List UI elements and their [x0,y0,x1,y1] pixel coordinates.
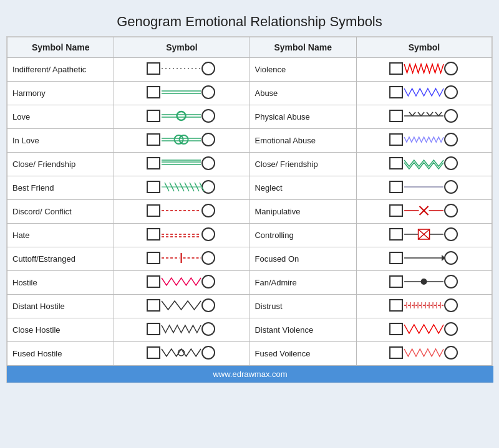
svg-rect-16 [390,110,402,122]
right-header-name: Symbol Name [250,37,356,58]
svg-point-114 [445,346,457,359]
left-symbol-cell [114,318,250,342]
left-symbol-name: Indifferent/ Apathetic [7,58,114,82]
svg-rect-91 [147,300,160,311]
left-symbol-cell [114,82,250,105]
right-symbol-cell [356,295,492,318]
right-symbol-name: Physical Abuse [250,105,356,129]
right-symbol-name: Abuse [250,82,356,105]
right-symbol-name: Manipulative [250,200,356,224]
table-row: Distant HostileDistrust [7,295,492,318]
svg-rect-59 [390,205,402,216]
svg-point-36 [202,157,215,169]
right-symbol-name: Distant Violence [250,318,356,342]
svg-point-41 [445,157,457,169]
svg-rect-9 [390,87,402,98]
right-symbol-name: Fused Voilence [250,342,356,366]
left-symbol-cell [114,271,250,295]
svg-rect-3 [390,63,402,74]
svg-rect-27 [147,134,160,145]
svg-rect-87 [390,276,402,287]
table-wrapper: Symbol Name Symbol Symbol Name Symbol In… [6,36,493,383]
right-symbol-cell [356,271,492,295]
left-symbol-cell [114,129,250,153]
svg-point-15 [177,112,186,120]
svg-line-23 [427,112,430,116]
left-symbol-name: Hate [7,224,114,247]
svg-rect-113 [390,347,402,358]
right-symbol-cell [356,58,492,82]
left-symbol-name: Close Hostile [7,318,114,342]
svg-rect-106 [147,323,160,335]
left-symbol-name: Discord/ Conflict [7,200,114,224]
table-row: In LoveEmotional Abuse [7,129,492,153]
table-row: HarmonyAbuse [7,82,492,105]
svg-rect-76 [147,252,160,264]
left-symbol-name: Best Friend [7,176,114,200]
svg-point-6 [202,86,215,98]
footer-bar: www.edrawmax.com [7,366,493,383]
right-symbol-name: Emotional Abuse [250,129,356,153]
svg-rect-93 [390,300,402,311]
svg-line-22 [421,112,424,116]
right-symbol-cell [356,224,492,247]
svg-rect-35 [147,158,160,169]
svg-line-19 [409,112,412,116]
right-symbol-name: Close/ Friendship [250,153,356,176]
svg-point-77 [202,252,215,264]
left-symbol-name: Close/ Friendship [7,153,114,176]
left-symbol-cell [114,105,250,129]
svg-line-21 [418,112,421,116]
svg-rect-108 [390,323,402,335]
right-symbol-cell [356,318,492,342]
left-symbol-cell [114,342,250,366]
svg-point-88 [445,275,457,288]
svg-rect-81 [390,252,402,264]
svg-point-4 [445,62,457,75]
svg-point-92 [202,299,215,312]
right-symbol-cell [356,105,492,129]
left-symbol-cell [114,295,250,318]
right-symbol-cell [356,129,492,153]
left-header-symbol: Symbol [114,37,250,58]
left-symbol-cell [114,200,250,224]
svg-point-94 [445,299,457,312]
right-symbol-name: Focused On [250,247,356,271]
left-header-name: Symbol Name [7,37,114,58]
table-row: HostileFan/Admire [7,271,492,295]
left-symbol-cell [114,247,250,271]
table-row: Best FriendNeglect [7,176,492,200]
right-header-symbol: Symbol [356,37,492,58]
svg-point-10 [445,86,457,98]
svg-rect-11 [147,110,160,122]
right-symbol-cell [356,176,492,200]
table-row: Indifferent/ ApatheticViolence [7,58,492,82]
left-symbol-name: Love [7,105,114,129]
svg-line-25 [435,112,438,116]
right-symbol-cell [356,342,492,366]
svg-rect-110 [147,347,160,358]
svg-rect-5 [147,87,160,98]
svg-line-20 [412,112,415,116]
right-symbol-name: Neglect [250,176,356,200]
svg-point-12 [202,110,215,122]
left-symbol-name: Cuttoff/Estranged [7,247,114,271]
svg-rect-85 [147,276,160,287]
table-row: Cuttoff/EstrangedFocused On [7,247,492,271]
table-row: HateControlling [7,224,492,247]
left-symbol-name: In Love [7,129,114,153]
svg-point-111 [202,346,215,359]
svg-point-34 [445,133,457,146]
svg-point-107 [202,323,215,335]
svg-point-1 [202,62,215,75]
svg-rect-33 [390,134,402,145]
svg-point-66 [202,228,215,241]
right-symbol-cell [356,200,492,224]
svg-point-17 [445,110,457,122]
table-row: Close/ FriendshipClose/ Friendship [7,153,492,176]
main-table: Symbol Name Symbol Symbol Name Symbol In… [7,37,492,366]
svg-line-26 [438,112,442,116]
svg-point-109 [445,323,457,335]
svg-rect-40 [390,158,402,169]
svg-line-24 [430,112,433,116]
